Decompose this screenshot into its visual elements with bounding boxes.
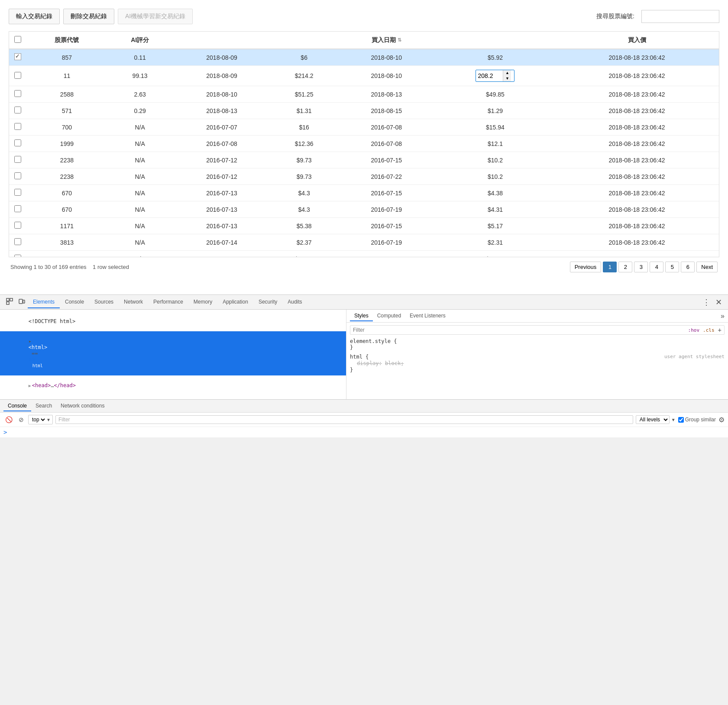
elements-panel: <!DOCTYPE html> ▸ <html> == $0 html ▶<he…: [0, 310, 346, 399]
spinner-down[interactable]: ▼: [503, 76, 511, 81]
console-levels-select[interactable]: All levels: [636, 415, 670, 424]
table-row: 700N/A2016-07-07$162016-07-08$15.942018-…: [9, 119, 719, 136]
tab-memory[interactable]: Memory: [188, 296, 217, 308]
page-2-btn[interactable]: 2: [618, 262, 632, 272]
cell-ai-score: N/A: [107, 152, 173, 168]
page-1-btn[interactable]: 1: [603, 262, 617, 272]
select-all-checkbox[interactable]: [14, 36, 21, 43]
console-context-select[interactable]: top ▼: [28, 415, 53, 424]
row-checkbox[interactable]: [14, 172, 21, 179]
row-checkbox-checked[interactable]: [14, 53, 21, 60]
styles-more-btn[interactable]: »: [721, 312, 725, 320]
devtools-more-btn[interactable]: ⋮: [700, 296, 713, 309]
pagination-controls: Previous 1 2 3 4 5 6 Next: [570, 262, 718, 272]
console-stop-btn[interactable]: ⊘: [17, 415, 26, 424]
tab-network[interactable]: Network: [119, 296, 148, 308]
devtools-topbar: Elements Console Sources Network Perform…: [0, 295, 728, 310]
cell-price2: $5.92: [436, 49, 555, 66]
cell-date2: 2016-07-08: [337, 119, 435, 136]
styles-filter-input[interactable]: [353, 327, 686, 333]
col-buy-date: 買入日期 ⇅: [337, 32, 435, 49]
row-checkbox[interactable]: [14, 189, 21, 196]
cell-price2: ▲▼: [436, 66, 555, 86]
cell-stock: 1999: [26, 136, 107, 152]
next-btn[interactable]: Next: [696, 262, 718, 272]
page-3-btn[interactable]: 3: [634, 262, 648, 272]
styles-panel: Styles Computed Event Listeners » :hov .…: [346, 310, 728, 399]
filter-cls-btn[interactable]: .cls: [703, 327, 715, 333]
import-btn[interactable]: 輸入交易紀錄: [9, 9, 60, 24]
style-val: block;: [385, 360, 404, 366]
tab-performance[interactable]: Performance: [148, 296, 188, 308]
devtools-close-btn[interactable]: ✕: [713, 296, 725, 309]
html-line-body[interactable]: ▶<body>…</body>: [0, 395, 346, 399]
row-checkbox[interactable]: [14, 90, 21, 97]
html-line-doctype[interactable]: <!DOCTYPE html>: [0, 311, 346, 331]
row-checkbox[interactable]: [14, 255, 21, 257]
spinner-up[interactable]: ▲: [503, 70, 511, 76]
price-spinner[interactable]: ▲▼: [476, 70, 514, 82]
table-row: 165N/A2016-07-15$15.222016-07-19$15.0620…: [9, 251, 719, 257]
cell-price2: $2.31: [436, 234, 555, 251]
tab-application[interactable]: Application: [217, 296, 253, 308]
group-similar-checkbox[interactable]: [678, 417, 684, 423]
row-checkbox[interactable]: [14, 123, 21, 130]
row-checkbox[interactable]: [14, 238, 21, 245]
ai-btn[interactable]: AI機械學習新交易紀錄: [118, 9, 193, 24]
cell-ai-score: 99.13: [107, 66, 173, 86]
col-p1: [271, 32, 337, 49]
subtab-styles[interactable]: Styles: [350, 311, 373, 321]
subtab-event-listeners[interactable]: Event Listeners: [405, 311, 450, 321]
cell-price2: $4.38: [436, 185, 555, 201]
cell-stock: 2238: [26, 152, 107, 168]
console-tab-network-conditions[interactable]: Network conditions: [56, 401, 109, 411]
cell-date1: 2018-08-09: [172, 49, 271, 66]
devtools-bottom: Console Search Network conditions 🚫 ⊘ to…: [0, 399, 728, 437]
prev-btn[interactable]: Previous: [570, 262, 602, 272]
table-scroll[interactable]: 股票代號 AI評分 買入日期 ⇅ 買入價 8570.11: [9, 32, 719, 257]
page-5-btn[interactable]: 5: [665, 262, 679, 272]
cell-stock: 670: [26, 185, 107, 201]
html-line-head[interactable]: ▶<head>…</head>: [0, 375, 346, 395]
tab-sources[interactable]: Sources: [89, 296, 119, 308]
cell-price1: $9.73: [271, 168, 337, 185]
filter-pseudo-btn[interactable]: :hov: [688, 327, 700, 333]
tab-console[interactable]: Console: [60, 296, 89, 308]
head-triangle[interactable]: ▶: [29, 383, 31, 388]
cell-date1: 2016-07-12: [172, 152, 271, 168]
price-spinner-input[interactable]: [476, 71, 503, 81]
buy-date-sort[interactable]: 買入日期 ⇅: [372, 36, 401, 44]
console-input[interactable]: [10, 429, 725, 435]
row-checkbox[interactable]: [14, 72, 21, 79]
tab-audits[interactable]: Audits: [282, 296, 307, 308]
row-checkbox[interactable]: [14, 139, 21, 146]
row-checkbox[interactable]: [14, 156, 21, 163]
page-4-btn[interactable]: 4: [650, 262, 663, 272]
console-gear-btn[interactable]: ⚙: [718, 416, 725, 424]
cell-price1: $4.3: [271, 201, 337, 218]
html-line-html[interactable]: ▸ <html> == $0 html: [0, 331, 346, 375]
table-row: 1199.132018-08-09$214.22018-08-10▲▼2018-…: [9, 66, 719, 86]
cell-price1: $2.37: [271, 234, 337, 251]
device-toolbar-btn[interactable]: [16, 296, 28, 308]
console-clear-btn[interactable]: 🚫: [3, 415, 14, 424]
search-input[interactable]: [641, 10, 719, 23]
filter-row: :hov .cls +: [350, 325, 725, 335]
console-tab-console[interactable]: Console: [3, 401, 31, 411]
cell-date2: 2018-08-10: [337, 49, 435, 66]
page-6-btn[interactable]: 6: [681, 262, 695, 272]
subtab-computed[interactable]: Computed: [373, 311, 405, 321]
console-tab-search[interactable]: Search: [31, 401, 56, 411]
row-checkbox[interactable]: [14, 222, 21, 229]
tab-security[interactable]: Security: [253, 296, 282, 308]
delete-btn[interactable]: 刪除交易紀錄: [63, 9, 114, 24]
row-checkbox[interactable]: [14, 107, 21, 113]
inspect-element-btn[interactable]: [3, 296, 16, 308]
console-top-select[interactable]: top: [30, 416, 46, 423]
cell-ai-score: N/A: [107, 251, 173, 257]
tab-elements[interactable]: Elements: [28, 296, 60, 308]
row-checkbox[interactable]: [14, 205, 21, 212]
cell-ai-score: N/A: [107, 201, 173, 218]
sort-arrows: ⇅: [398, 37, 401, 43]
filter-plus-btn[interactable]: +: [718, 327, 722, 333]
